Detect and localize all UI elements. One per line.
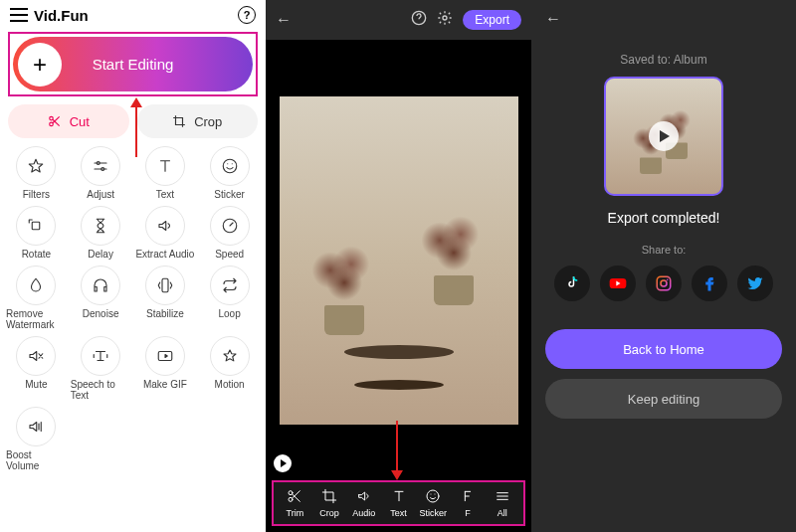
smile-icon (425, 488, 441, 506)
tool-label: Remove Watermark (6, 308, 67, 330)
tool-denoise[interactable]: Denoise (71, 266, 131, 330)
editor-tool-all[interactable]: All (485, 488, 519, 518)
tool-label: Mute (25, 379, 47, 390)
tool-label: Stabilize (146, 308, 184, 319)
svg-point-0 (49, 116, 53, 120)
editor-tool-label: Trim (287, 508, 304, 518)
drop-icon (16, 266, 56, 305)
tool-extract-audio[interactable]: Extract Audio (135, 206, 196, 260)
editor-tool-label: Text (390, 508, 407, 518)
tool-speech-to-text[interactable]: Speech to Text (71, 336, 131, 401)
back-icon[interactable]: ← (545, 10, 561, 28)
tool-label: Adjust (87, 189, 114, 200)
tool-filters[interactable]: Filters (6, 146, 67, 200)
video-preview[interactable] (266, 40, 531, 480)
editor-tool-audio[interactable]: Audio (346, 488, 381, 518)
scissors-icon (287, 488, 302, 506)
editor-tool-label: All (498, 508, 507, 518)
tool-speed[interactable]: Speed (199, 206, 260, 260)
tool-remove-watermark[interactable]: Remove Watermark (6, 266, 67, 330)
back-to-home-button[interactable]: Back to Home (545, 329, 782, 369)
tool-loop[interactable]: Loop (199, 266, 260, 330)
menu-icon (495, 488, 510, 506)
svg-rect-7 (162, 278, 168, 292)
tool-label: Make GIF (143, 379, 187, 390)
start-editing-label: Start Editing (93, 56, 174, 73)
tool-label: Rotate (22, 249, 51, 260)
export-thumbnail[interactable] (604, 77, 723, 196)
tts-icon (81, 336, 120, 376)
tool-text[interactable]: Text (135, 146, 196, 200)
tool-label: Speech to Text (71, 379, 131, 401)
boost-icon (16, 407, 56, 446)
start-editing-button[interactable]: + Start Editing (13, 37, 253, 91)
share-twitter-button[interactable] (737, 266, 773, 301)
tool-label: Delay (88, 249, 113, 260)
editor-tool-sticker[interactable]: Sticker (416, 488, 451, 518)
tool-label: Sticker (214, 189, 245, 200)
sliders-icon (81, 146, 120, 186)
headphones-icon (81, 266, 120, 305)
tool-label: Text (156, 189, 174, 200)
tool-adjust[interactable]: Adjust (71, 146, 131, 200)
export-button[interactable]: Export (463, 10, 521, 30)
text-icon (145, 146, 185, 186)
tool-delay[interactable]: Delay (71, 206, 131, 260)
svg-point-4 (223, 159, 237, 173)
share-facebook-button[interactable] (692, 266, 727, 301)
tool-boost-volume[interactable]: Boost Volume (6, 407, 67, 471)
editor-tool-label: F (465, 508, 471, 518)
tool-label: Extract Audio (135, 249, 194, 260)
f-icon (460, 488, 476, 506)
share-tiktok-button[interactable] (554, 266, 590, 301)
editor-tool-label: Audio (352, 508, 375, 518)
svg-point-21 (667, 279, 669, 281)
keep-editing-button[interactable]: Keep editing (545, 379, 782, 419)
tool-rotate[interactable]: Rotate (6, 206, 67, 260)
app-title: Vid.Fun (34, 7, 89, 24)
editor-tool-label: Crop (319, 508, 339, 518)
editor-tool-crop[interactable]: Crop (312, 488, 347, 518)
tool-sticker[interactable]: Sticker (199, 146, 260, 200)
svg-point-17 (427, 490, 439, 502)
help-icon[interactable] (411, 10, 427, 30)
play-icon (649, 121, 679, 151)
tool-label: Loop (219, 308, 241, 319)
tool-label: Boost Volume (6, 449, 67, 471)
plus-icon: + (18, 43, 62, 87)
tool-label: Filters (23, 189, 50, 200)
text-icon (391, 488, 407, 506)
star-icon (16, 146, 56, 186)
crop-icon (321, 488, 337, 506)
share-instagram-button[interactable] (646, 266, 682, 301)
editor-tool-trim[interactable]: Trim (278, 488, 312, 518)
back-icon[interactable]: ← (276, 11, 292, 29)
editor-tool-text[interactable]: Text (381, 488, 416, 518)
crop-button[interactable]: Crop (137, 104, 259, 138)
audio-icon (145, 206, 185, 246)
settings-icon[interactable] (437, 10, 453, 30)
help-icon[interactable]: ? (238, 6, 256, 24)
saved-to-label: Saved to: Album (620, 53, 706, 67)
scissors-icon (48, 114, 62, 128)
tool-make-gif[interactable]: Make GIF (135, 336, 196, 401)
tool-stabilize[interactable]: Stabilize (135, 266, 196, 330)
tool-label: Denoise (83, 308, 119, 319)
tool-motion[interactable]: Motion (199, 336, 260, 401)
hourglass-icon (81, 206, 120, 246)
motion-icon (210, 336, 250, 376)
editor-tool-f[interactable]: F (451, 488, 486, 518)
share-label: Share to: (642, 244, 687, 256)
hamburger-menu-icon[interactable] (10, 8, 28, 22)
gif-icon (145, 336, 185, 376)
tool-mute[interactable]: Mute (6, 336, 67, 401)
start-editing-highlight: + Start Editing (8, 32, 258, 96)
svg-point-20 (661, 280, 667, 286)
svg-point-12 (443, 16, 447, 20)
cut-button[interactable]: Cut (8, 104, 129, 138)
rotate-icon (16, 206, 56, 246)
play-icon[interactable] (274, 454, 292, 472)
audio-icon (356, 488, 372, 506)
export-status: Export completed! (608, 210, 720, 226)
share-youtube-button[interactable] (600, 266, 636, 301)
